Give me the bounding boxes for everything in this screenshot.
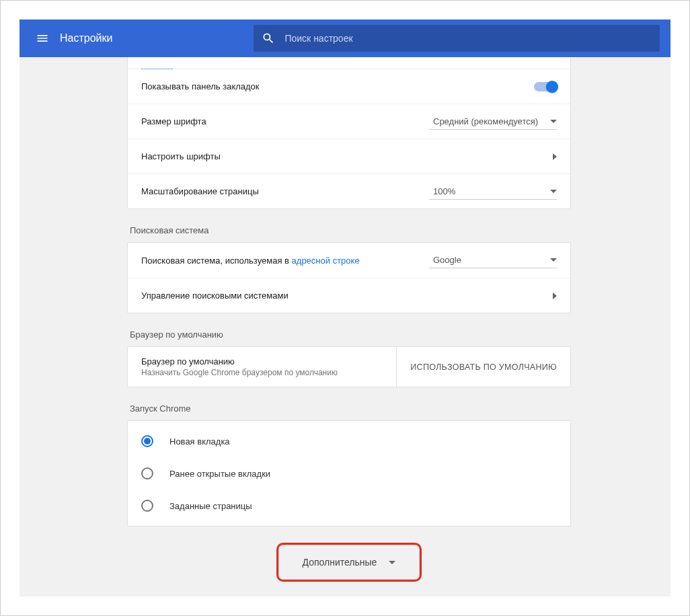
startup-option-label: Новая вкладка <box>169 436 230 447</box>
chevron-down-icon <box>389 561 395 564</box>
startup-option-new-tab[interactable]: Новая вкладка <box>128 425 570 457</box>
page-zoom-select[interactable]: 100% <box>429 184 557 200</box>
dropdown-icon <box>550 258 557 262</box>
page-title: Настройки <box>60 32 112 44</box>
page-zoom-label: Масштабирование страницы <box>141 186 429 196</box>
startup-option-label: Заданные страницы <box>169 501 252 511</box>
bookmarks-bar-row: Показывать панель закладок <box>128 69 570 104</box>
chevron-right-icon <box>553 153 557 160</box>
default-browser-card: Браузер по умолчанию Назначить Google Ch… <box>127 346 571 387</box>
radio-button[interactable] <box>141 435 153 447</box>
search-input[interactable] <box>284 33 652 44</box>
set-default-button[interactable]: ИСПОЛЬЗОВАТЬ ПО УМОЛЧАНИЮ <box>396 347 570 387</box>
customize-fonts-label: Настроить шрифты <box>141 151 553 161</box>
search-engine-value: Google <box>433 255 461 265</box>
page-zoom-value: 100% <box>433 186 455 196</box>
dropdown-icon <box>550 120 557 123</box>
customize-fonts-row[interactable]: Настроить шрифты <box>128 139 570 174</box>
advanced-label: Дополнительные <box>303 557 377 568</box>
search-field[interactable] <box>254 25 660 52</box>
search-engine-row: Поисковая система, используемая в адресн… <box>128 243 570 278</box>
appearance-card: Показывать панель закладок Размер шрифта… <box>127 57 571 209</box>
hamburger-icon <box>36 32 49 45</box>
page-zoom-row: Масштабирование страницы 100% <box>128 174 570 208</box>
bookmarks-bar-label: Показывать панель закладок <box>141 81 534 91</box>
radio-button[interactable] <box>141 500 153 512</box>
startup-option-specific[interactable]: Заданные страницы <box>128 490 570 522</box>
font-size-select[interactable]: Средний (рекомендуется) <box>429 114 557 130</box>
radio-button[interactable] <box>141 467 153 479</box>
startup-option-label: Ранее открытые вкладки <box>169 469 270 479</box>
default-browser-section-title: Браузер по умолчанию <box>130 330 571 340</box>
search-icon <box>262 32 275 45</box>
manage-search-engines-label: Управление поисковыми системами <box>141 291 553 301</box>
search-engine-select[interactable]: Google <box>429 252 557 268</box>
search-engine-label: Поисковая система, используемая в адресн… <box>141 256 429 266</box>
startup-card: Новая вкладка Ранее открытые вкладки Зад… <box>127 420 571 527</box>
manage-search-engines-row[interactable]: Управление поисковыми системами <box>128 278 570 313</box>
startup-option-continue[interactable]: Ранее открытые вкладки <box>128 457 570 490</box>
truncated-link[interactable] <box>128 57 570 69</box>
app-header: Настройки <box>20 20 670 57</box>
address-bar-link[interactable]: адресной строке <box>292 256 360 266</box>
startup-section-title: Запуск Chrome <box>130 403 571 414</box>
default-browser-subtitle: Назначить Google Chrome браузером по умо… <box>141 368 383 377</box>
default-browser-title: Браузер по умолчанию <box>141 356 383 367</box>
default-browser-info: Браузер по умолчанию Назначить Google Ch… <box>128 347 396 387</box>
search-section-title: Поисковая система <box>130 225 571 235</box>
font-size-row: Размер шрифта Средний (рекомендуется) <box>128 104 570 139</box>
font-size-value: Средний (рекомендуется) <box>433 116 538 126</box>
dropdown-icon <box>550 190 557 193</box>
menu-button[interactable] <box>30 26 54 50</box>
font-size-label: Размер шрифта <box>141 116 429 126</box>
search-engine-card: Поисковая система, используемая в адресн… <box>127 242 571 313</box>
advanced-button[interactable]: Дополнительные <box>276 543 422 582</box>
settings-content: Показывать панель закладок Размер шрифта… <box>20 57 670 596</box>
bookmarks-bar-toggle[interactable] <box>534 82 557 91</box>
chevron-right-icon <box>553 293 557 299</box>
